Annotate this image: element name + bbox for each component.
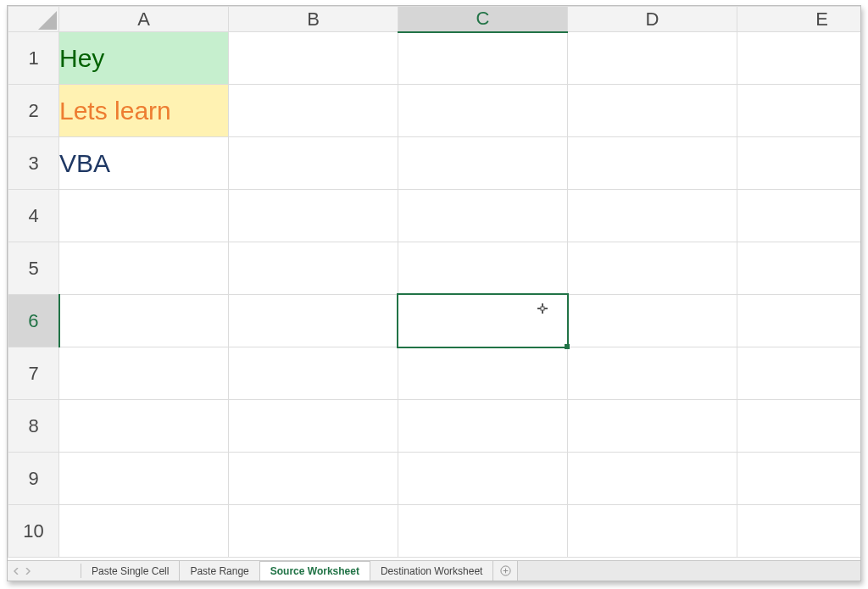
cell-C8[interactable] [398,400,568,453]
cell-A4[interactable] [59,190,229,242]
new-sheet-button[interactable] [493,561,517,581]
cell-E6[interactable] [737,295,861,347]
sheet-tab-paste-single-cell[interactable]: Paste Single Cell [81,561,180,581]
cell-D3[interactable] [568,137,737,190]
spreadsheet-window: A B C D E 1 Hey [0,0,868,589]
row-header-7[interactable]: 7 [8,347,59,400]
column-header-E[interactable]: E [737,7,861,32]
cell-A8[interactable] [59,400,229,453]
cell-A9[interactable] [59,453,229,505]
cell-E1[interactable] [737,32,861,85]
cell-C2[interactable] [398,85,568,137]
cell-D4[interactable] [568,190,737,242]
cell-C5[interactable] [398,242,568,295]
cell-C7[interactable] [398,347,568,400]
cell-E5[interactable] [737,242,861,295]
cell-A3[interactable]: VBA [59,137,229,190]
cell-B3[interactable] [229,137,398,190]
cell-E9[interactable] [737,453,861,505]
cell-E8[interactable] [737,400,861,453]
cell-D8[interactable] [568,400,737,453]
tab-nav-next-icon[interactable] [23,567,31,575]
row-header-4[interactable]: 4 [8,190,59,242]
row-header-10[interactable]: 10 [8,505,59,558]
sheet-tab-destination-worksheet[interactable]: Destination Worksheet [370,561,494,581]
sheet-tab-source-worksheet[interactable]: Source Worksheet [260,561,370,581]
row-header-3[interactable]: 3 [8,137,59,190]
row-header-8[interactable]: 8 [8,400,59,453]
sheet-tab-paste-range[interactable]: Paste Range [180,561,259,581]
cell-B6[interactable] [229,295,398,347]
cell-E3[interactable] [737,137,861,190]
column-header-A[interactable]: A [59,7,229,32]
cell-C6[interactable] [398,295,568,347]
cell-A6[interactable] [59,295,229,347]
row-header-6[interactable]: 6 [8,295,59,347]
sheet-table: A B C D E 1 Hey [8,6,860,558]
cell-A2[interactable]: Lets learn [59,85,229,137]
tab-nav-prev-icon[interactable] [13,567,21,575]
cell-B9[interactable] [229,453,398,505]
cell-A7[interactable] [59,347,229,400]
cell-grid[interactable]: A B C D E 1 Hey [8,6,860,560]
cell-D2[interactable] [568,85,737,137]
cell-D9[interactable] [568,453,737,505]
cell-E10[interactable] [737,505,861,558]
select-all-corner[interactable] [8,7,59,32]
cell-C10[interactable] [398,505,568,558]
cell-E2[interactable] [737,85,861,137]
cell-D1[interactable] [568,32,737,85]
cell-B5[interactable] [229,242,398,295]
cell-B4[interactable] [229,190,398,242]
cell-D7[interactable] [568,347,737,400]
cell-C3[interactable] [398,137,568,190]
cell-D6[interactable] [568,295,737,347]
cell-D10[interactable] [568,505,737,558]
column-header-C[interactable]: C [398,7,568,32]
cell-E7[interactable] [737,347,861,400]
cell-C9[interactable] [398,453,568,505]
cell-A5[interactable] [59,242,229,295]
cell-C4[interactable] [398,190,568,242]
row-header-2[interactable]: 2 [8,85,59,137]
cell-B7[interactable] [229,347,398,400]
cell-E4[interactable] [737,190,861,242]
cell-D5[interactable] [568,242,737,295]
cell-B8[interactable] [229,400,398,453]
column-header-B[interactable]: B [229,7,398,32]
row-header-1[interactable]: 1 [8,32,59,85]
cell-A10[interactable] [59,505,229,558]
tab-nav [8,561,36,581]
cell-A1[interactable]: Hey [59,32,229,85]
cell-B10[interactable] [229,505,398,558]
horizontal-scroll-track[interactable] [517,561,860,581]
spreadsheet-frame: A B C D E 1 Hey [7,5,861,581]
cell-C1[interactable] [398,32,568,85]
cell-B1[interactable] [229,32,398,85]
column-header-D[interactable]: D [568,7,737,32]
sheet-tab-bar: Paste Single Cell Paste Range Source Wor… [8,560,860,581]
row-header-9[interactable]: 9 [8,453,59,505]
cell-B2[interactable] [229,85,398,137]
row-header-5[interactable]: 5 [8,242,59,295]
